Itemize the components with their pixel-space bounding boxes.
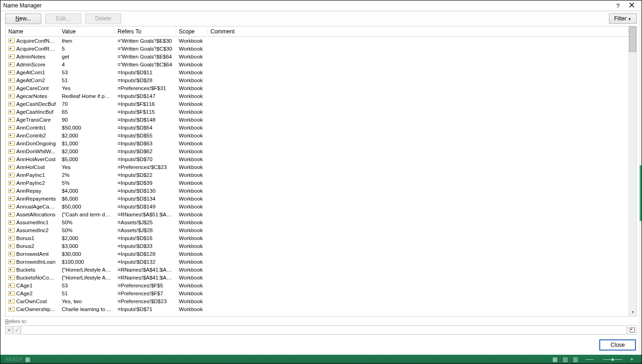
new-button[interactable]: New... (5, 13, 41, 24)
table-row[interactable]: CarOwnCostYes, two=Preferences!$D$23Work… (6, 297, 629, 305)
cell-scope: Workbook (176, 243, 208, 249)
cell-name: CarOwnCost (16, 299, 47, 304)
table-row[interactable]: AgecarNotesRedleaf Home if po...=Inputs!… (6, 92, 629, 100)
table-row[interactable]: CarOwnership...Charlie learning to ...=I… (6, 305, 629, 313)
cell-name: AnnRepayments (16, 196, 56, 202)
table-row[interactable]: BucketsNoConc...{"Home/Lifestyle As...=R… (6, 273, 629, 281)
scrollbar-thumb[interactable] (629, 26, 636, 52)
table-row[interactable]: Buckets{"Home/Lifestyle As...=RNames!$A$… (6, 266, 629, 273)
table-row[interactable]: AnnRepayments$6,000=Inputs!$D$134Workboo… (6, 195, 629, 202)
table-row[interactable]: AgeAtCom153=Inputs!$D$11Workbook (6, 68, 629, 76)
cell-refers: =Inputs!$D$39 (115, 180, 176, 186)
close-button[interactable]: Close (599, 339, 636, 351)
col-header-name[interactable]: Name (6, 28, 59, 35)
table-row[interactable]: AcquireConfNotethen='Written Goals'!$E$3… (6, 37, 629, 45)
table-row[interactable]: AnnDonWhilW...$2,000=Inputs!$D$62Workboo… (6, 147, 629, 155)
cell-name: AgeTransCare (16, 117, 51, 123)
table-row[interactable]: AnnContrib2$2,000=Inputs!$D$55Workbook (6, 131, 629, 139)
close-window-button[interactable] (625, 2, 639, 9)
table-row[interactable]: AnnContrib1$50,000=Inputs!$D$54Workbook (6, 124, 629, 131)
accept-edit-button: ✓ (13, 326, 20, 334)
table-row[interactable]: AdminScore4='Written Goals'!$C$64Workboo… (6, 60, 629, 68)
cell-scope: Workbook (176, 54, 208, 59)
cell-scope: Workbook (176, 259, 208, 265)
zoom-slider-icon[interactable]: ──●── (599, 356, 627, 363)
vertical-scrollbar[interactable]: ▾ (629, 26, 636, 316)
table-row[interactable]: AnnRepay$4,000=Inputs!$D$130Workbook (6, 187, 629, 195)
view-normal-icon[interactable]: ▦ (550, 356, 560, 363)
cell-refers: =Preferences!$F$7 (115, 291, 176, 296)
cell-value: 90 (59, 117, 115, 123)
cell-name: BorrowedAmt (16, 251, 49, 257)
name-icon (8, 125, 15, 130)
cell-value: 53 (59, 70, 115, 75)
table-row[interactable]: AgeCashIncBuf65=Inputs!$F$115Workbook (6, 108, 629, 116)
table-row[interactable]: AgeCareContYes=Preferences!$F$31Workbook (6, 84, 629, 92)
cell-scope: Workbook (176, 188, 208, 194)
table-row[interactable]: BorrowedAmt$30,000=Inputs!$D$128Workbook (6, 250, 629, 258)
name-icon (8, 70, 15, 75)
table-row[interactable]: AgeAtCom251=Inputs!$D$28Workbook (6, 76, 629, 84)
name-icon (8, 228, 15, 233)
cell-scope: Workbook (176, 93, 208, 99)
svg-rect-1 (631, 329, 632, 330)
table-row[interactable]: AnnHolCostYes=Preferences!$C$23Workbook (6, 163, 629, 171)
col-header-value[interactable]: Value (59, 28, 115, 35)
name-icon (8, 165, 15, 169)
table-row[interactable]: Bonus1$2,000=Inputs!$D$16Workbook (6, 234, 629, 242)
cell-scope: Workbook (176, 220, 208, 225)
table-row[interactable]: AnnualAgeCare...$50,000=Inputs!$D$149Wor… (6, 202, 629, 210)
cell-name: CAge2 (16, 291, 33, 296)
toolbar: New... Edit... Delete Filter ▾ (0, 11, 642, 26)
cell-value: 2% (59, 172, 115, 178)
cell-value: get (59, 54, 115, 59)
name-icon (8, 267, 15, 272)
view-pagebreak-icon[interactable]: ▥ (570, 356, 580, 363)
cell-value: $2,000 (59, 235, 115, 241)
cell-name: AgecarNotes (16, 93, 47, 99)
cell-scope: Workbook (176, 251, 208, 257)
cell-scope: Workbook (176, 101, 208, 107)
zoom-in-icon[interactable]: + (627, 356, 637, 363)
view-pagelayout-icon[interactable]: ▤ (560, 356, 570, 363)
table-row[interactable]: BorrowedInLoan$100,000=Inputs!$D$132Work… (6, 258, 629, 266)
cell-refers: =Preferences!$D$23 (115, 299, 176, 304)
names-grid[interactable]: Name Value Refers To Scope Comment Acqui… (6, 26, 629, 316)
zoom-out-icon[interactable]: ── (580, 356, 599, 363)
cell-name: AgeAtCom1 (16, 70, 45, 75)
table-row[interactable]: AnnHolAverCost$5,000=Inputs!$D$70Workboo… (6, 155, 629, 163)
filter-button[interactable]: Filter ▾ (609, 13, 637, 24)
cell-scope: Workbook (176, 149, 208, 154)
table-row[interactable]: AssetAllocations{"Cash and term de...=RN… (6, 210, 629, 218)
refers-to-input[interactable] (21, 325, 627, 335)
help-button[interactable]: ? (611, 2, 625, 9)
table-row[interactable]: AgeTransCare90=Inputs!$D$148Workbook (6, 116, 629, 124)
cell-name: AnnHolAverCost (16, 156, 56, 162)
cell-scope: Workbook (176, 141, 208, 146)
table-row[interactable]: AdminNotesget='Written Goals'!$E$64Workb… (6, 52, 629, 60)
table-row[interactable]: Bonus2$3,000=Inputs!$D$33Workbook (6, 242, 629, 250)
name-icon (8, 102, 15, 106)
cell-name: AssumedInc2 (16, 228, 49, 233)
name-icon (8, 133, 15, 138)
table-row[interactable]: AssumedInc150%=Assets!$J$25Workbook (6, 218, 629, 226)
macro-icon[interactable]: ▦ (23, 356, 33, 363)
table-row[interactable]: AnnDonOngoing$1,000=Inputs!$D$63Workbook (6, 139, 629, 147)
col-header-refers[interactable]: Refers To (115, 28, 176, 35)
range-picker-button[interactable] (628, 325, 637, 335)
col-header-scope[interactable]: Scope (176, 28, 208, 35)
name-icon (8, 141, 15, 146)
cell-name: AnnDonWhilW... (16, 149, 55, 154)
cell-refers: =RNames!$A$41:$A$44 (115, 267, 176, 273)
table-row[interactable]: AssumedInc250%=Assets!$J$28Workbook (6, 226, 629, 234)
table-row[interactable]: AnnPayInc25%=Inputs!$D$39Workbook (6, 179, 629, 187)
cell-scope: Workbook (176, 283, 208, 288)
table-row[interactable]: AgeCashDecBuf70=Inputs!$F$116Workbook (6, 100, 629, 108)
table-row[interactable]: CAge153=Preferences!$F$5Workbook (6, 281, 629, 289)
table-row[interactable]: CAge251=Preferences!$F$7Workbook (6, 289, 629, 297)
scrollbar-down-arrow[interactable]: ▾ (629, 308, 636, 316)
table-row[interactable]: AnnPayInc12%=Inputs!$D$22Workbook (6, 171, 629, 179)
col-header-comment[interactable]: Comment (208, 28, 629, 35)
names-grid-container: Name Value Refers To Scope Comment Acqui… (5, 26, 637, 317)
table-row[interactable]: AcquireConfRank5='Written Goals'!$C$30Wo… (6, 45, 629, 52)
